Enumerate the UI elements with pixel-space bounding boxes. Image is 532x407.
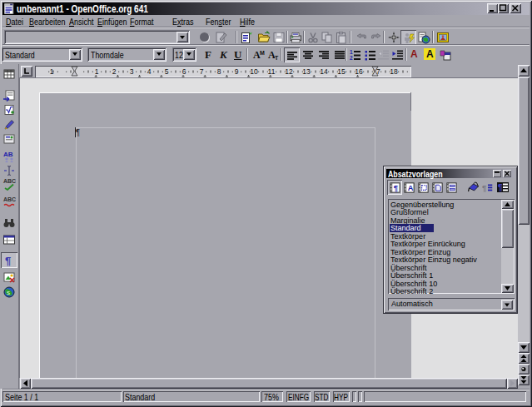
svg-text:6: 6 [182, 67, 186, 76]
svg-text:4: 4 [147, 67, 152, 76]
svg-text:M: M [260, 50, 265, 56]
svg-text:13: 13 [302, 67, 311, 76]
svg-text:11: 11 [268, 67, 276, 76]
svg-text:2: 2 [350, 55, 353, 61]
svg-text:2: 2 [112, 67, 117, 76]
svg-text:10: 10 [250, 67, 258, 76]
svg-text:5: 5 [165, 67, 169, 76]
svg-text:¶: ¶ [482, 183, 487, 192]
svg-text:¶: ¶ [498, 183, 503, 192]
svg-text:T: T [275, 55, 279, 61]
svg-text:3: 3 [130, 67, 134, 76]
svg-text:AB: AB [3, 151, 13, 158]
svg-text:A: A [408, 184, 414, 192]
svg-text:1: 1 [350, 49, 353, 55]
svg-text:¶: ¶ [394, 184, 398, 192]
svg-text:¶: ¶ [5, 255, 11, 267]
svg-text:16: 16 [355, 67, 363, 76]
svg-text:9: 9 [235, 67, 239, 76]
svg-text:8: 8 [217, 67, 221, 76]
svg-text:18: 18 [390, 67, 398, 76]
svg-text:14: 14 [320, 67, 328, 76]
svg-text:12: 12 [285, 67, 293, 76]
svg-text:S: S [7, 290, 10, 295]
svg-text:ABC: ABC [3, 196, 16, 202]
svg-text:7: 7 [200, 67, 204, 76]
svg-text:1: 1 [95, 67, 99, 76]
svg-text:ABC: ABC [3, 178, 16, 184]
svg-text:15: 15 [337, 67, 346, 76]
